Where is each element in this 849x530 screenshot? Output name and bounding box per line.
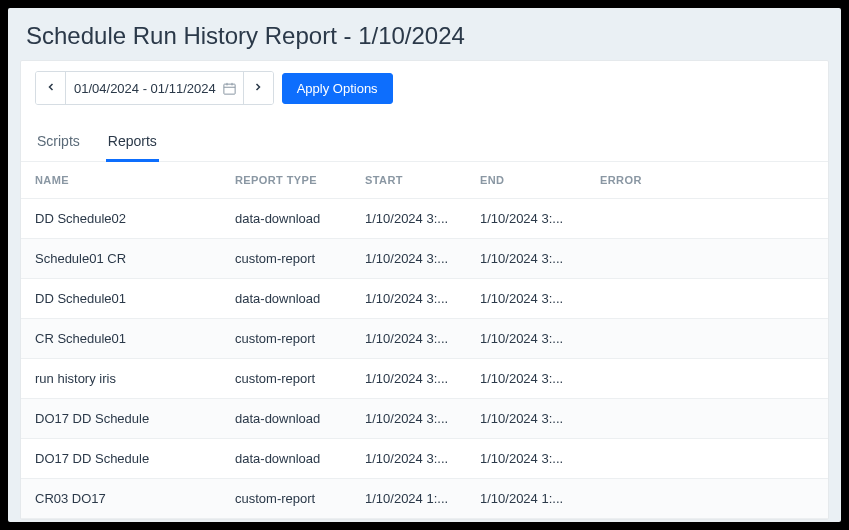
cell-end: 1/10/2024 3:... <box>466 199 586 239</box>
table-row[interactable]: CR03 DO17custom-report1/10/2024 1:...1/1… <box>21 479 828 519</box>
cell-name: DO17 DD Schedule <box>21 439 221 479</box>
table-row[interactable]: Schedule01 CRcustom-report1/10/2024 3:..… <box>21 239 828 279</box>
cell-end: 1/10/2024 3:... <box>466 239 586 279</box>
cell-error <box>586 439 828 479</box>
cell-name: Schedule01 CR <box>21 239 221 279</box>
cell-error <box>586 359 828 399</box>
cell-end: 1/10/2024 3:... <box>466 359 586 399</box>
cell-start: 1/10/2024 3:... <box>351 199 466 239</box>
cell-start: 1/10/2024 3:... <box>351 319 466 359</box>
cell-end: 1/10/2024 1:... <box>466 479 586 519</box>
cell-start: 1/10/2024 1:... <box>351 479 466 519</box>
date-range-input[interactable]: 01/04/2024 - 01/11/2024 <box>66 72 243 104</box>
table-row[interactable]: CR Schedule01custom-report1/10/2024 3:..… <box>21 319 828 359</box>
reports-table: NAME REPORT TYPE START END ERROR DD Sche… <box>21 162 828 519</box>
next-range-button[interactable] <box>243 72 273 104</box>
chevron-left-icon <box>45 81 57 96</box>
col-header-name[interactable]: NAME <box>21 162 221 199</box>
cell-type: custom-report <box>221 239 351 279</box>
date-range-value: 01/04/2024 - 01/11/2024 <box>74 81 216 96</box>
cell-name: CR Schedule01 <box>21 319 221 359</box>
cell-name: DD Schedule01 <box>21 279 221 319</box>
cell-error <box>586 399 828 439</box>
prev-range-button[interactable] <box>36 72 66 104</box>
cell-end: 1/10/2024 3:... <box>466 279 586 319</box>
cell-end: 1/10/2024 3:... <box>466 399 586 439</box>
page-title: Schedule Run History Report - 1/10/2024 <box>8 8 841 60</box>
cell-start: 1/10/2024 3:... <box>351 279 466 319</box>
cell-name: CR03 DO17 <box>21 479 221 519</box>
svg-rect-0 <box>224 84 235 94</box>
cell-error <box>586 479 828 519</box>
date-range-group: 01/04/2024 - 01/11/2024 <box>35 71 274 105</box>
calendar-icon <box>222 81 237 96</box>
cell-type: data-download <box>221 399 351 439</box>
cell-start: 1/10/2024 3:... <box>351 359 466 399</box>
cell-start: 1/10/2024 3:... <box>351 399 466 439</box>
chevron-right-icon <box>252 81 264 96</box>
col-header-start[interactable]: START <box>351 162 466 199</box>
cell-name: DD Schedule02 <box>21 199 221 239</box>
table-row[interactable]: DO17 DD Scheduledata-download1/10/2024 3… <box>21 439 828 479</box>
col-header-error[interactable]: ERROR <box>586 162 828 199</box>
table-row[interactable]: DD Schedule02data-download1/10/2024 3:..… <box>21 199 828 239</box>
apply-options-button[interactable]: Apply Options <box>282 73 393 104</box>
cell-end: 1/10/2024 3:... <box>466 319 586 359</box>
cell-type: custom-report <box>221 319 351 359</box>
cell-error <box>586 319 828 359</box>
cell-type: data-download <box>221 439 351 479</box>
table-row[interactable]: run history iriscustom-report1/10/2024 3… <box>21 359 828 399</box>
cell-type: data-download <box>221 199 351 239</box>
cell-error <box>586 239 828 279</box>
cell-name: DO17 DD Schedule <box>21 399 221 439</box>
cell-error <box>586 279 828 319</box>
cell-error <box>586 199 828 239</box>
cell-type: custom-report <box>221 359 351 399</box>
col-header-type[interactable]: REPORT TYPE <box>221 162 351 199</box>
tab-reports[interactable]: Reports <box>106 125 159 162</box>
app-container: Schedule Run History Report - 1/10/2024 … <box>8 8 841 522</box>
tab-scripts[interactable]: Scripts <box>35 125 82 162</box>
tabs: Scripts Reports <box>21 111 828 162</box>
cell-start: 1/10/2024 3:... <box>351 439 466 479</box>
col-header-end[interactable]: END <box>466 162 586 199</box>
cell-end: 1/10/2024 3:... <box>466 439 586 479</box>
options-bar: 01/04/2024 - 01/11/2024 Apply Options <box>21 61 828 111</box>
report-panel: 01/04/2024 - 01/11/2024 Apply Options Sc… <box>20 60 829 520</box>
table-row[interactable]: DO17 DD Scheduledata-download1/10/2024 3… <box>21 399 828 439</box>
cell-start: 1/10/2024 3:... <box>351 239 466 279</box>
cell-type: data-download <box>221 279 351 319</box>
table-row[interactable]: DD Schedule01data-download1/10/2024 3:..… <box>21 279 828 319</box>
cell-name: run history iris <box>21 359 221 399</box>
cell-type: custom-report <box>221 479 351 519</box>
